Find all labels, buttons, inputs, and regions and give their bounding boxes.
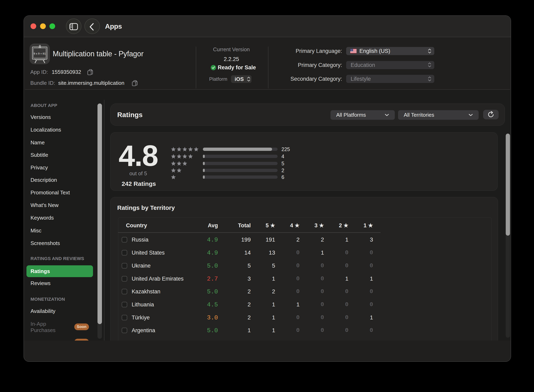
svg-text:9 x 9 = 81: 9 x 9 = 81 xyxy=(33,52,46,55)
